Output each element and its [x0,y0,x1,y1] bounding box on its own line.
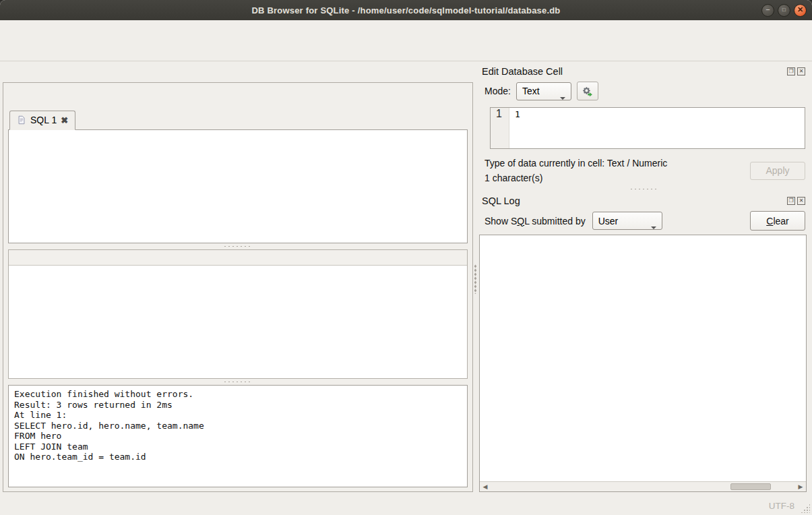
dock-tab-bar [479,492,807,495]
splitter-results-log[interactable] [8,379,468,385]
splitter-docks[interactable] [479,185,807,193]
float-dock-icon[interactable]: ❐ [787,67,795,75]
submitted-by-value: User [598,216,619,226]
scrollbar-thumb[interactable] [730,483,771,490]
sql-log-dock-header: SQL Log ❐ ✕ [479,193,807,208]
horizontal-scrollbar[interactable]: ◀ ▶ [480,481,806,491]
sql-file-tab[interactable]: SQL 1 ✖ [9,111,75,130]
sql-tab-label: SQL 1 [30,115,57,125]
chevron-down-icon [651,226,656,229]
close-dock-icon[interactable]: ✕ [797,197,805,205]
mode-label: Mode: [485,86,511,96]
cell-mode-row: Mode: Text [479,79,807,102]
close-sql-tab-icon[interactable]: ✖ [61,115,68,125]
edit-cell-title: Edit Database Cell [482,66,563,77]
sql-file-icon [17,115,26,125]
chevron-down-icon [560,97,565,100]
mode-select[interactable]: Text [516,82,571,100]
sql-file-tabbar: SQL 1 ✖ [8,110,468,130]
mode-value: Text [522,86,540,96]
splitter-editor-results[interactable] [8,243,468,249]
sql-log-view[interactable]: ◀ ▶ [479,235,807,492]
results-grid [8,249,468,379]
close-button[interactable]: ✕ [794,4,807,17]
main-toolbar [0,36,812,61]
resize-grip[interactable] [801,504,810,513]
window-title: DB Browser for SQLite - /home/user/code/… [0,5,812,16]
minimize-button[interactable]: − [761,4,774,17]
sql-log-title: SQL Log [482,195,520,206]
edit-cell-dock-header: Edit Database Cell ❐ ✕ [479,64,807,79]
gear-icon [582,86,593,97]
encoding-label: UTF-8 [769,501,794,511]
apply-button[interactable]: Apply [750,162,805,180]
float-dock-icon[interactable]: ❐ [787,197,795,205]
maximize-button[interactable]: □ [778,4,790,17]
submitted-by-select[interactable]: User [592,212,662,230]
app-window: DB Browser for SQLite - /home/user/code/… [0,0,812,515]
title-bar[interactable]: DB Browser for SQLite - /home/user/code/… [0,0,812,20]
sql-log-filter-row: Show SQL submitted by User Clear [479,208,807,235]
splitter-main[interactable] [473,61,478,496]
sql-editor[interactable] [8,130,468,243]
filter-label: Show SQL submitted by [485,216,586,226]
menu-bar [0,20,812,36]
cell-value-editor[interactable]: 1 1 [490,107,805,149]
close-dock-icon[interactable]: ✕ [797,67,805,75]
main-tab-bar [0,61,473,82]
cell-line-number: 1 [491,108,509,148]
clear-log-button[interactable]: Clear [750,211,805,231]
scroll-right-icon[interactable]: ▶ [795,483,806,490]
execution-log-text: Execution finished without errors. Resul… [14,389,462,462]
execution-log[interactable]: Execution finished without errors. Resul… [8,385,468,487]
apply-settings-button[interactable] [577,82,598,100]
sql-editor-toolbar [8,86,468,110]
cell-char-count: 1 character(s) [485,171,667,185]
cell-value: 1 [509,108,520,148]
cell-type-info: Type of data currently in cell: Text / N… [485,156,667,171]
status-bar: UTF-8 [0,496,812,515]
scroll-left-icon[interactable]: ◀ [480,483,491,490]
execute-sql-page: SQL 1 ✖ Execution finished without error… [3,82,473,492]
